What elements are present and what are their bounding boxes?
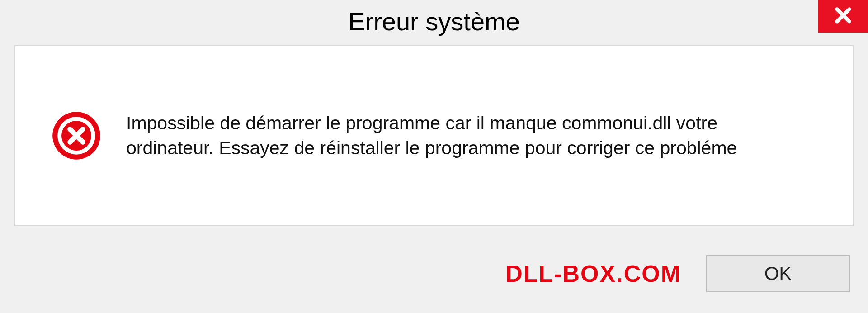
ok-button-label: OK	[764, 263, 792, 285]
titlebar: Erreur système	[0, 0, 868, 43]
close-icon	[833, 5, 854, 28]
error-dialog: Erreur système Impossible de démarrer le…	[0, 0, 868, 313]
close-button[interactable]	[818, 0, 868, 33]
dialog-title: Erreur système	[348, 7, 520, 36]
error-message: Impossible de démarrer le programme car …	[126, 111, 804, 161]
watermark-text: DLL-BOX.COM	[505, 260, 681, 287]
dialog-footer: DLL-BOX.COM OK	[0, 245, 868, 313]
error-icon	[52, 111, 101, 161]
ok-button[interactable]: OK	[706, 255, 850, 292]
content-area: Impossible de démarrer le programme car …	[14, 45, 854, 226]
